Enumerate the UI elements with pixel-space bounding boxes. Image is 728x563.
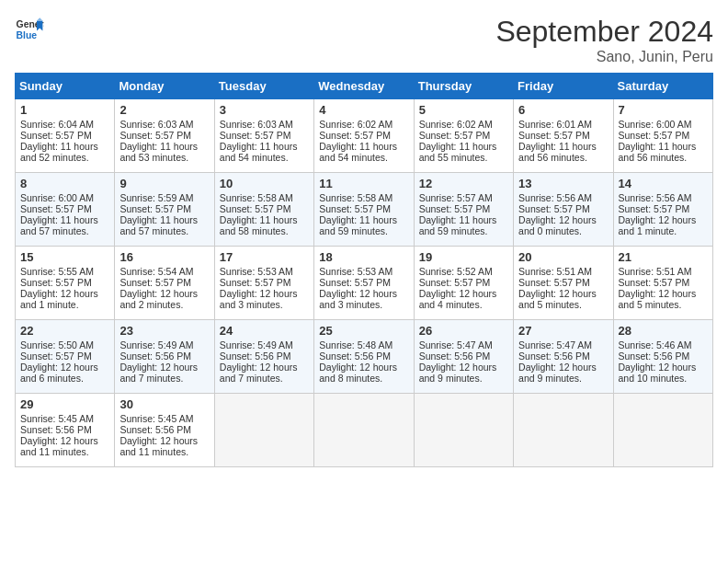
calendar-day-27: 27Sunrise: 5:47 AMSunset: 5:56 PMDayligh… — [514, 320, 613, 394]
calendar-week-row: 22Sunrise: 5:50 AMSunset: 5:57 PMDayligh… — [16, 320, 713, 394]
calendar-day-26: 26Sunrise: 5:47 AMSunset: 5:56 PMDayligh… — [414, 320, 513, 394]
day-info-line: Daylight: 11 hours — [619, 141, 708, 152]
page-header: General Blue September 2024 Sano, Junin,… — [15, 15, 713, 65]
day-number: 8 — [20, 177, 109, 190]
calendar-day-22: 22Sunrise: 5:50 AMSunset: 5:57 PMDayligh… — [16, 320, 115, 394]
day-info-line: Daylight: 11 hours — [419, 214, 508, 225]
day-number: 13 — [518, 177, 608, 190]
day-info-line: Sunrise: 6:03 AM — [119, 119, 209, 130]
day-info-line: Daylight: 11 hours — [220, 141, 309, 152]
day-info-line: Sunset: 5:57 PM — [518, 130, 608, 141]
day-info-line: Sunset: 5:57 PM — [619, 130, 708, 141]
calendar-week-row: 8Sunrise: 6:00 AMSunset: 5:57 PMDaylight… — [16, 173, 713, 247]
day-info-line: Sunset: 5:57 PM — [319, 277, 408, 288]
day-info-line: Sunset: 5:57 PM — [20, 277, 109, 288]
calendar-day-7: 7Sunrise: 6:00 AMSunset: 5:57 PMDaylight… — [613, 99, 712, 173]
day-info-line: Sunset: 5:57 PM — [20, 203, 109, 214]
day-number: 11 — [319, 177, 408, 190]
day-info-line: Sunset: 5:57 PM — [619, 277, 708, 288]
title-area: September 2024 Sano, Junin, Peru — [495, 15, 713, 65]
day-info-line: Sunset: 5:57 PM — [319, 203, 408, 214]
day-info-line: Daylight: 11 hours — [419, 141, 508, 152]
day-number: 15 — [20, 250, 109, 264]
calendar-day-1: 1Sunrise: 6:04 AMSunset: 5:57 PMDaylight… — [16, 99, 115, 173]
logo-icon: General Blue — [15, 15, 44, 44]
day-info-line: Sunset: 5:57 PM — [119, 203, 209, 214]
calendar-empty-cell — [314, 394, 414, 467]
day-info-line: and 9 minutes. — [419, 373, 508, 384]
weekday-header-tuesday: Tuesday — [214, 74, 313, 99]
calendar-empty-cell — [214, 394, 313, 467]
calendar-empty-cell — [613, 394, 712, 467]
calendar-day-16: 16Sunrise: 5:54 AMSunset: 5:57 PMDayligh… — [115, 247, 214, 320]
day-info-line: Sunrise: 5:47 AM — [419, 339, 508, 350]
calendar-day-13: 13Sunrise: 5:56 AMSunset: 5:57 PMDayligh… — [514, 173, 613, 247]
day-info-line: Daylight: 12 hours — [518, 288, 608, 299]
day-info-line: Sunrise: 5:47 AM — [518, 339, 608, 350]
day-number: 14 — [619, 177, 708, 190]
calendar-day-14: 14Sunrise: 5:56 AMSunset: 5:57 PMDayligh… — [613, 173, 712, 247]
day-info-line: and 9 minutes. — [518, 373, 608, 384]
calendar-day-5: 5Sunrise: 6:02 AMSunset: 5:57 PMDaylight… — [414, 99, 513, 173]
day-info-line: and 1 minute. — [619, 225, 708, 236]
day-number: 22 — [20, 324, 109, 338]
day-info-line: and 0 minutes. — [518, 225, 608, 236]
location-title: Sano, Junin, Peru — [495, 49, 713, 65]
day-info-line: Sunset: 5:57 PM — [220, 130, 309, 141]
day-info-line: Sunset: 5:56 PM — [220, 350, 309, 362]
day-info-line: Daylight: 11 hours — [518, 141, 608, 152]
day-info-line: Sunrise: 6:01 AM — [518, 119, 608, 130]
day-number: 19 — [419, 250, 508, 264]
day-info-line: Daylight: 12 hours — [119, 435, 209, 446]
day-number: 3 — [220, 103, 309, 117]
svg-text:Blue: Blue — [17, 30, 38, 40]
day-number: 9 — [119, 177, 209, 190]
day-number: 23 — [119, 324, 209, 338]
day-info-line: Daylight: 11 hours — [20, 214, 109, 225]
day-info-line: and 59 minutes. — [419, 225, 508, 236]
weekday-header-row: SundayMondayTuesdayWednesdayThursdayFrid… — [16, 74, 713, 99]
weekday-header-friday: Friday — [514, 74, 613, 99]
day-info-line: Sunrise: 5:49 AM — [119, 339, 209, 350]
day-info-line: and 7 minutes. — [220, 373, 309, 384]
calendar-day-30: 30Sunrise: 5:45 AMSunset: 5:56 PMDayligh… — [115, 394, 214, 467]
day-number: 18 — [319, 250, 408, 264]
day-info-line: Sunrise: 5:53 AM — [220, 266, 309, 277]
calendar-day-6: 6Sunrise: 6:01 AMSunset: 5:57 PMDaylight… — [514, 99, 613, 173]
day-number: 24 — [220, 324, 309, 338]
day-number: 16 — [119, 250, 209, 264]
day-info-line: and 3 minutes. — [319, 299, 408, 310]
day-info-line: Daylight: 12 hours — [119, 362, 209, 373]
day-info-line: Daylight: 11 hours — [319, 214, 408, 225]
calendar-week-row: 29Sunrise: 5:45 AMSunset: 5:56 PMDayligh… — [16, 394, 713, 467]
day-info-line: and 11 minutes. — [119, 446, 209, 457]
calendar-day-8: 8Sunrise: 6:00 AMSunset: 5:57 PMDaylight… — [16, 173, 115, 247]
day-info-line: Sunrise: 5:56 AM — [619, 192, 708, 203]
day-info-line: Sunrise: 5:52 AM — [419, 266, 508, 277]
day-info-line: Daylight: 11 hours — [319, 141, 408, 152]
day-info-line: Sunset: 5:57 PM — [220, 203, 309, 214]
day-number: 28 — [619, 324, 708, 338]
day-info-line: Sunrise: 5:54 AM — [119, 266, 209, 277]
day-info-line: and 56 minutes. — [619, 152, 708, 163]
day-info-line: Daylight: 12 hours — [20, 435, 109, 446]
day-info-line: Daylight: 12 hours — [419, 288, 508, 299]
calendar-day-20: 20Sunrise: 5:51 AMSunset: 5:57 PMDayligh… — [514, 247, 613, 320]
calendar-day-11: 11Sunrise: 5:58 AMSunset: 5:57 PMDayligh… — [314, 173, 414, 247]
day-number: 4 — [319, 103, 408, 117]
day-info-line: and 54 minutes. — [319, 152, 408, 163]
day-info-line: Sunrise: 5:49 AM — [220, 339, 309, 350]
calendar-week-row: 15Sunrise: 5:55 AMSunset: 5:57 PMDayligh… — [16, 247, 713, 320]
calendar-day-15: 15Sunrise: 5:55 AMSunset: 5:57 PMDayligh… — [16, 247, 115, 320]
calendar-day-9: 9Sunrise: 5:59 AMSunset: 5:57 PMDaylight… — [115, 173, 214, 247]
calendar-week-row: 1Sunrise: 6:04 AMSunset: 5:57 PMDaylight… — [16, 99, 713, 173]
day-info-line: Daylight: 12 hours — [518, 362, 608, 373]
weekday-header-wednesday: Wednesday — [314, 74, 414, 99]
day-info-line: and 52 minutes. — [20, 152, 109, 163]
day-info-line: and 11 minutes. — [20, 446, 109, 457]
calendar-day-17: 17Sunrise: 5:53 AMSunset: 5:57 PMDayligh… — [214, 247, 313, 320]
day-info-line: Sunset: 5:57 PM — [220, 277, 309, 288]
weekday-header-sunday: Sunday — [16, 74, 115, 99]
calendar-day-2: 2Sunrise: 6:03 AMSunset: 5:57 PMDaylight… — [115, 99, 214, 173]
calendar-day-21: 21Sunrise: 5:51 AMSunset: 5:57 PMDayligh… — [613, 247, 712, 320]
